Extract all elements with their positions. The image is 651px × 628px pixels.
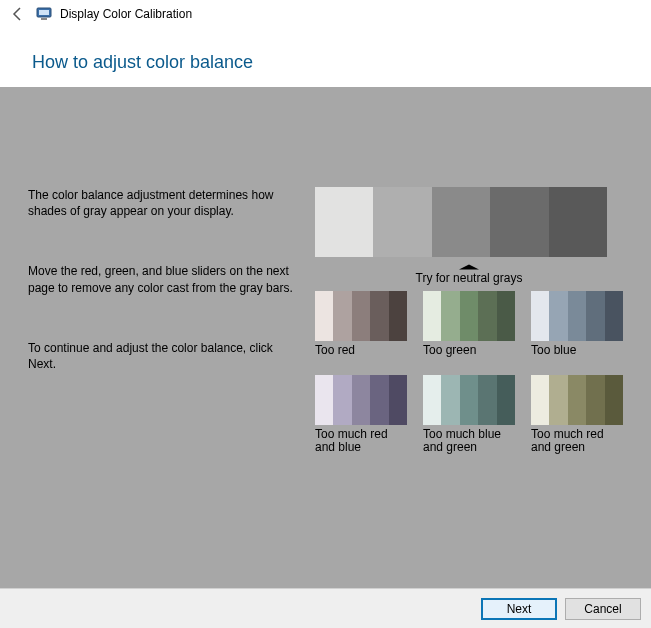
titlebar: Display Color Calibration [0,0,651,28]
sample-too-red: Too red [315,291,407,357]
page-heading: How to adjust color balance [32,36,619,73]
arrow-left-icon [10,6,26,22]
sample-too-red-green: Too much red and green [531,375,623,454]
sample-label: Too red [315,344,407,357]
svg-rect-2 [41,18,47,20]
up-arrow-icon [459,265,479,270]
instructions-column: The color balance adjustment determines … [28,187,293,588]
neutral-caption: Try for neutral grays [315,263,623,285]
instruction-3: To continue and adjust the color balance… [28,340,293,372]
back-button[interactable] [8,4,28,24]
sample-too-red-blue: Too much red and blue [315,375,407,454]
sample-label: Too much blue and green [423,428,515,454]
neutral-gradient [315,187,607,257]
content-area: The color balance adjustment determines … [0,87,651,588]
sample-grid: Too red Too green Too blue Too much red … [315,291,623,455]
examples-column: Try for neutral grays Too red Too green [315,187,623,588]
sample-too-blue: Too blue [531,291,623,357]
heading-area: How to adjust color balance [0,28,651,87]
sample-label: Too much red and green [531,428,623,454]
instruction-1: The color balance adjustment determines … [28,187,293,219]
neutral-label: Try for neutral grays [416,271,523,285]
monitor-icon [36,6,52,22]
svg-rect-1 [39,10,49,15]
sample-label: Too blue [531,344,623,357]
next-button[interactable]: Next [481,598,557,620]
sample-label: Too much red and blue [315,428,407,454]
sample-label: Too green [423,344,515,357]
footer-bar: Next Cancel [0,588,651,628]
window-title: Display Color Calibration [60,7,192,21]
instruction-2: Move the red, green, and blue sliders on… [28,263,293,295]
sample-too-green: Too green [423,291,515,357]
cancel-button[interactable]: Cancel [565,598,641,620]
sample-too-blue-green: Too much blue and green [423,375,515,454]
